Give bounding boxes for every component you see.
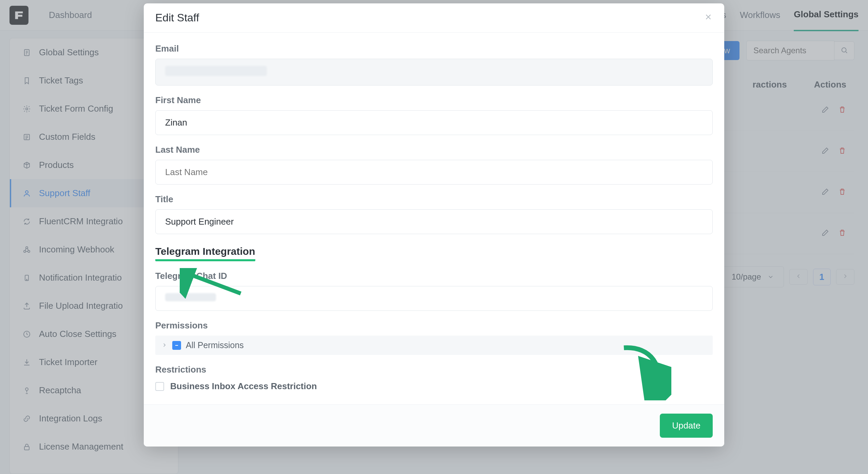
restriction-row[interactable]: Business Inbox Access Restriction [155,381,713,392]
last-name-label: Last Name [155,145,713,155]
first-name-field[interactable] [155,110,713,135]
permissions-label: Permissions [155,320,713,331]
close-icon[interactable] [704,12,713,24]
modal-title: Edit Staff [155,12,199,24]
restrictions-label: Restrictions [155,364,713,375]
restriction-checkbox[interactable] [155,382,164,391]
modal-header: Edit Staff [144,3,724,33]
permission-all-row[interactable]: All Permissions [155,336,713,355]
redacted-chat-id [165,293,216,301]
telegram-integration-heading: Telegram Integration [155,246,255,261]
update-button[interactable]: Update [660,414,713,438]
permission-checkbox[interactable] [172,341,181,350]
telegram-chat-id-field[interactable] [155,286,713,311]
modal-footer: Update [144,404,724,447]
caret-right-icon[interactable] [161,340,167,350]
redacted-email [165,66,267,76]
restriction-label: Business Inbox Access Restriction [170,381,317,392]
email-field [155,59,713,86]
edit-staff-modal: Edit Staff Email First Name Last Name Ti… [144,3,724,447]
telegram-chat-id-label: Telegram Chat ID [155,271,713,281]
email-label: Email [155,43,713,54]
first-name-label: First Name [155,95,713,106]
permission-all-label: All Permissions [186,340,244,350]
modal-overlay: Edit Staff Email First Name Last Name Ti… [0,0,868,474]
title-field[interactable] [155,209,713,234]
title-label: Title [155,194,713,205]
last-name-field[interactable] [155,160,713,185]
